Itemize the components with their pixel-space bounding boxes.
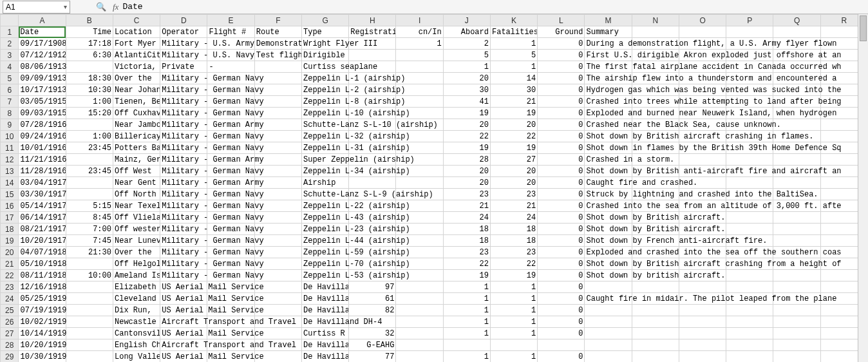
cell-J5[interactable]: 20 bbox=[443, 73, 490, 84]
cell-M29[interactable] bbox=[585, 351, 632, 363]
cell-L18[interactable]: 0 bbox=[538, 224, 585, 235]
cell-M18[interactable]: Shot down by British aircraft. bbox=[585, 224, 632, 235]
cell-P25[interactable] bbox=[726, 305, 773, 316]
cell-M24[interactable]: Caught fire in midair. The pilot leaped … bbox=[585, 293, 632, 305]
row-header-1[interactable]: 1 bbox=[1, 26, 19, 38]
cell-A24[interactable]: 05/25/1919 bbox=[19, 293, 66, 305]
cell-P12[interactable] bbox=[726, 154, 773, 166]
cell-G27[interactable]: Curtiss R bbox=[301, 328, 348, 339]
cell-A22[interactable]: 08/11/1918 bbox=[19, 270, 66, 281]
row-header-3[interactable]: 3 bbox=[1, 50, 19, 61]
cell-H29[interactable]: 77 bbox=[349, 351, 396, 363]
cell-F2[interactable]: Demonstration bbox=[254, 38, 301, 50]
cell-I14[interactable] bbox=[396, 177, 443, 189]
cell-D16[interactable]: Military - German Navy bbox=[160, 200, 207, 212]
cell-L16[interactable]: 0 bbox=[538, 200, 585, 212]
cell-D26[interactable]: Aircraft Transport and Travel bbox=[160, 316, 207, 328]
cell-C2[interactable]: Fort Myer bbox=[113, 38, 160, 50]
row-header-10[interactable]: 10 bbox=[1, 131, 19, 142]
name-box[interactable]: A1 ▾ bbox=[3, 1, 70, 14]
cell-J22[interactable]: 19 bbox=[443, 270, 490, 281]
cell-K7[interactable]: 21 bbox=[490, 96, 537, 108]
row-header-27[interactable]: 27 bbox=[1, 328, 19, 339]
cell-G9[interactable]: Schutte-Lanz S-L-10 (airship) bbox=[301, 119, 348, 131]
cell-G22[interactable]: Zeppelin L-53 (airship) bbox=[301, 270, 348, 281]
cell-B25[interactable] bbox=[66, 305, 113, 316]
cell-C19[interactable]: Near Luneville bbox=[113, 235, 160, 247]
cell-I29[interactable] bbox=[396, 351, 443, 363]
row-header-26[interactable]: 26 bbox=[1, 316, 19, 328]
cell-B7[interactable]: 1:00 bbox=[66, 96, 113, 108]
cell-D2[interactable]: Military - U.S. Army bbox=[160, 38, 207, 50]
cell-C22[interactable]: Ameland Island bbox=[113, 270, 160, 281]
cell-G26[interactable]: De Havilland DH-4 bbox=[301, 316, 348, 328]
name-box-dropdown-icon[interactable]: ▾ bbox=[64, 3, 67, 10]
cell-Q22[interactable] bbox=[773, 270, 820, 281]
cell-Q12[interactable] bbox=[773, 154, 820, 166]
cell-P1[interactable] bbox=[726, 26, 773, 38]
cell-M11[interactable]: Shot down in flames by the British 39th … bbox=[585, 142, 632, 154]
cell-Q1[interactable] bbox=[773, 26, 820, 38]
cell-A4[interactable]: 08/06/1913 bbox=[19, 61, 66, 73]
cell-H1[interactable]: Registration bbox=[349, 26, 396, 38]
cell-D21[interactable]: Military - German Navy bbox=[160, 258, 207, 270]
cell-Q27[interactable] bbox=[773, 328, 820, 339]
cell-Q19[interactable] bbox=[773, 235, 820, 247]
row-header-2[interactable]: 2 bbox=[1, 38, 19, 50]
row-header-21[interactable]: 21 bbox=[1, 258, 19, 270]
cell-K5[interactable]: 14 bbox=[490, 73, 537, 84]
cell-K21[interactable]: 22 bbox=[490, 258, 537, 270]
cell-N1[interactable] bbox=[632, 26, 679, 38]
cell-L5[interactable]: 0 bbox=[538, 73, 585, 84]
cell-M3[interactable]: First U.S. dirigible Akron exploded just… bbox=[585, 50, 632, 61]
cell-J28[interactable] bbox=[443, 339, 490, 351]
row-header-5[interactable]: 5 bbox=[1, 73, 19, 84]
cell-J4[interactable]: 1 bbox=[443, 61, 490, 73]
cell-M14[interactable]: Caught fire and crashed. bbox=[585, 177, 632, 189]
cell-K13[interactable]: 20 bbox=[490, 166, 537, 177]
cell-J25[interactable]: 1 bbox=[443, 305, 490, 316]
cell-C17[interactable]: Off Vlieland bbox=[113, 212, 160, 224]
cell-M28[interactable] bbox=[585, 339, 632, 351]
cell-C7[interactable]: Tienen, Belgium bbox=[113, 96, 160, 108]
cell-A13[interactable]: 11/28/1916 bbox=[19, 166, 66, 177]
cell-A16[interactable]: 05/14/1917 bbox=[19, 200, 66, 212]
row-header-28[interactable]: 28 bbox=[1, 339, 19, 351]
cell-J29[interactable]: 1 bbox=[443, 351, 490, 363]
cell-E1[interactable]: Flight # bbox=[207, 26, 254, 38]
cell-P23[interactable] bbox=[726, 281, 773, 293]
cell-H24[interactable]: 61 bbox=[349, 293, 396, 305]
cell-G15[interactable]: Schutte-Lanz S-L-9 (airship) bbox=[301, 189, 348, 200]
cell-K10[interactable]: 22 bbox=[490, 131, 537, 142]
cell-C9[interactable]: Near Jambol bbox=[113, 119, 160, 131]
row-header-14[interactable]: 14 bbox=[1, 177, 19, 189]
cell-G1[interactable]: Type bbox=[301, 26, 348, 38]
cell-A26[interactable]: 10/02/1919 bbox=[19, 316, 66, 328]
cell-A20[interactable]: 04/07/1918 bbox=[19, 247, 66, 258]
cell-Q18[interactable] bbox=[773, 224, 820, 235]
cell-Q28[interactable] bbox=[773, 339, 820, 351]
cell-M6[interactable]: Hydrogen gas which was being vented was … bbox=[585, 84, 632, 96]
cell-L2[interactable]: 0 bbox=[538, 38, 585, 50]
cell-M25[interactable] bbox=[585, 305, 632, 316]
col-header-L[interactable]: L bbox=[538, 15, 585, 26]
cell-K22[interactable]: 19 bbox=[490, 270, 537, 281]
search-icon[interactable]: 🔍 bbox=[96, 2, 106, 12]
cell-D7[interactable]: Military - German Navy bbox=[160, 96, 207, 108]
col-header-C[interactable]: C bbox=[113, 15, 160, 26]
cell-L13[interactable]: 0 bbox=[538, 166, 585, 177]
row-header-6[interactable]: 6 bbox=[1, 84, 19, 96]
col-header-M[interactable]: M bbox=[585, 15, 632, 26]
cell-C5[interactable]: Over the bbox=[113, 73, 160, 84]
cell-K9[interactable]: 20 bbox=[490, 119, 537, 131]
cell-P29[interactable] bbox=[726, 351, 773, 363]
cell-B12[interactable] bbox=[66, 154, 113, 166]
cell-G14[interactable]: Airship bbox=[301, 177, 348, 189]
cell-C21[interactable]: Off Helgoland bbox=[113, 258, 160, 270]
cell-G7[interactable]: Zeppelin L-8 (airship) bbox=[301, 96, 348, 108]
cell-C6[interactable]: Near Johannisthal bbox=[113, 84, 160, 96]
cell-P28[interactable] bbox=[726, 339, 773, 351]
cell-B15[interactable] bbox=[66, 189, 113, 200]
cell-B16[interactable]: 5:15 bbox=[66, 200, 113, 212]
cell-C18[interactable]: Off western bbox=[113, 224, 160, 235]
